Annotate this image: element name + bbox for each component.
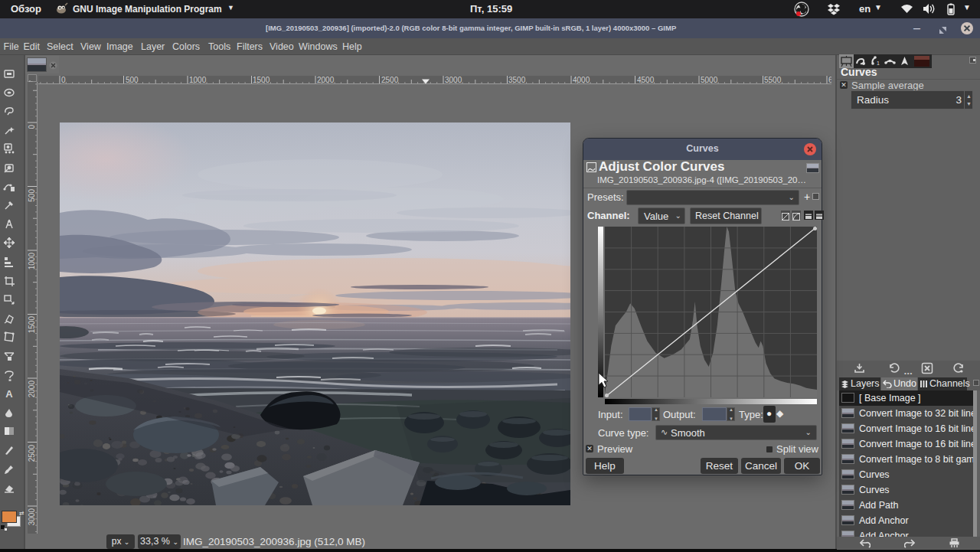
svg-text:1500: 1500 (28, 316, 36, 334)
svg-text:3500: 3500 (508, 76, 526, 84)
svg-text:3000: 3000 (445, 76, 462, 84)
svg-text:0: 0 (61, 76, 66, 84)
svg-text:1000: 1000 (189, 76, 207, 84)
svg-text:500: 500 (126, 76, 139, 84)
svg-text:6000: 6000 (828, 76, 831, 84)
svg-text:5500: 5500 (764, 76, 782, 84)
svg-text:500: 500 (28, 189, 36, 202)
svg-text:2500: 2500 (381, 76, 399, 84)
svg-text:2000: 2000 (317, 76, 335, 84)
svg-text:1500: 1500 (253, 76, 270, 84)
svg-text:2500: 2500 (28, 445, 36, 462)
svg-text:4000: 4000 (573, 76, 590, 84)
svg-text:2000: 2000 (28, 381, 36, 398)
svg-text:A: A (5, 388, 13, 400)
svg-text:1: 1 (877, 60, 880, 66)
svg-text:4500: 4500 (637, 76, 655, 84)
svg-text:5000: 5000 (701, 76, 718, 84)
svg-text:1000: 1000 (28, 253, 36, 270)
svg-text:3000: 3000 (28, 508, 36, 526)
svg-text:0: 0 (28, 125, 36, 129)
